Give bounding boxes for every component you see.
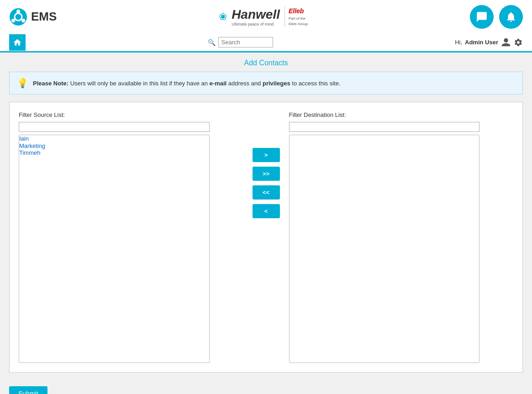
destination-listbox[interactable] xyxy=(289,135,480,363)
settings-icon[interactable] xyxy=(514,38,523,47)
header-top: EMS ❀ Hanwell Ultimate peace of mind Ell… xyxy=(9,0,523,33)
notice-bold: Please Note: xyxy=(33,80,68,87)
search-area: 🔍 xyxy=(208,37,273,47)
transfer-buttons: > >> << < xyxy=(243,148,289,218)
submit-button[interactable]: Submit xyxy=(9,386,47,394)
source-listbox-wrapper: Iain Marketing Timmeh xyxy=(19,135,210,363)
notice-text-end: to access this site. xyxy=(290,80,341,87)
ems-logo-icon xyxy=(9,8,27,26)
notice-icon: 💡 xyxy=(17,78,28,89)
remove-one-button[interactable]: < xyxy=(253,204,280,218)
ems-logo: EMS xyxy=(9,8,57,26)
main-card: Filter Source List: Iain Marketing Timme… xyxy=(9,102,523,373)
user-name: Admin User xyxy=(465,39,498,46)
svg-point-3 xyxy=(21,19,25,22)
move-all-button[interactable]: >> xyxy=(253,167,280,181)
destination-filter-input[interactable] xyxy=(289,122,480,132)
home-button[interactable] xyxy=(9,34,26,51)
notice-text-part2: address and xyxy=(226,80,263,87)
hanwell-flower-icon: ❀ xyxy=(219,11,227,23)
lists-container: Filter Source List: Iain Marketing Timme… xyxy=(19,111,513,363)
elleb-branding: Elleb Part of theElleb Group xyxy=(284,6,308,27)
source-item-iain[interactable]: Iain xyxy=(19,135,209,142)
chat-button[interactable] xyxy=(470,5,494,29)
destination-list-label: Filter Destination List: xyxy=(289,111,514,118)
page-title: Add Contacts xyxy=(0,53,532,72)
destination-listbox-wrapper xyxy=(289,135,480,363)
svg-point-4 xyxy=(11,19,15,22)
source-item-marketing[interactable]: Marketing xyxy=(19,142,209,150)
notice-text-part1: Users will only be available in this lis… xyxy=(70,80,210,87)
hanwell-name: Hanwell Ultimate peace of mind xyxy=(232,7,280,26)
remove-all-button[interactable]: << xyxy=(253,185,280,200)
user-info: Hi, Admin User xyxy=(455,37,523,47)
source-panel: Filter Source List: Iain Marketing Timme… xyxy=(19,111,243,363)
notice-privileges: privileges xyxy=(263,80,290,87)
elleb-logo-icon: Elleb xyxy=(289,6,308,16)
source-filter-input[interactable] xyxy=(19,122,210,132)
header: EMS ❀ Hanwell Ultimate peace of mind Ell… xyxy=(0,0,532,53)
ems-logo-text: EMS xyxy=(31,10,57,24)
hi-text: Hi, xyxy=(455,39,462,46)
hanwell-branding: ❀ Hanwell Ultimate peace of mind Elleb P… xyxy=(219,6,308,27)
svg-point-2 xyxy=(16,10,20,13)
search-input[interactable] xyxy=(218,37,273,47)
notice-text: Please Note: Users will only be availabl… xyxy=(33,80,341,87)
notice-email: e-mail xyxy=(210,80,227,87)
elleb-text: Part of theElleb Group xyxy=(289,16,308,27)
hanwell-tagline: Ultimate peace of mind xyxy=(232,22,280,26)
chat-icon xyxy=(476,11,488,23)
source-list-label: Filter Source List: xyxy=(19,111,243,118)
destination-panel: Filter Destination List: xyxy=(289,111,514,363)
header-nav: 🔍 Hi, Admin User xyxy=(9,33,523,51)
source-item-timmeh[interactable]: Timmeh xyxy=(19,149,209,157)
header-actions xyxy=(470,5,523,29)
notifications-button[interactable] xyxy=(499,5,523,29)
search-icon: 🔍 xyxy=(208,39,216,46)
user-icon xyxy=(501,37,511,47)
source-listbox[interactable]: Iain Marketing Timmeh xyxy=(19,135,210,363)
move-one-button[interactable]: > xyxy=(253,148,280,162)
notice-box: 💡 Please Note: Users will only be availa… xyxy=(9,72,523,95)
home-icon xyxy=(13,38,22,47)
submit-area: Submit xyxy=(0,382,532,394)
bell-icon xyxy=(505,11,517,23)
